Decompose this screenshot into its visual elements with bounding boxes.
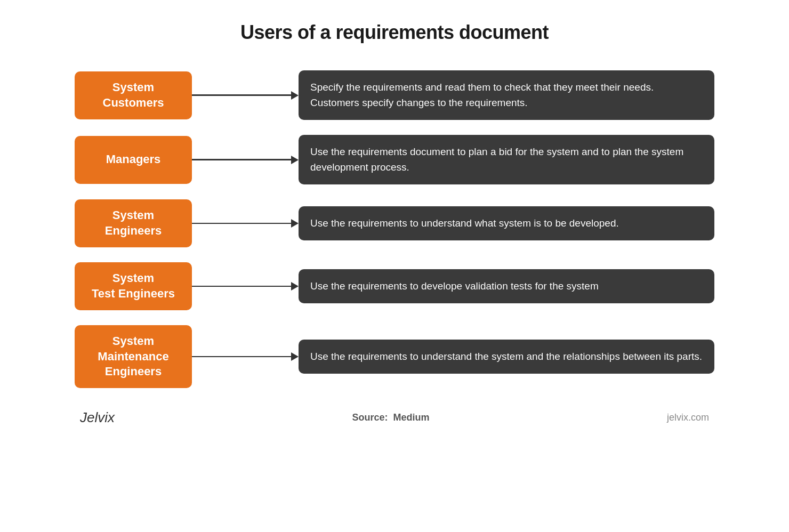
orange-box-label-system-test-engineers: SystemTest Engineers <box>92 271 175 301</box>
row-managers: ManagersUse the requirements document to… <box>75 135 714 184</box>
dark-box-managers: Use the requirements document to plan a … <box>299 135 714 184</box>
footer-url: jelvix.com <box>667 412 709 423</box>
footer-source-value: Medium <box>393 412 430 423</box>
orange-box-label-managers: Managers <box>106 152 161 167</box>
arrow-line-system-test-engineers <box>192 286 291 287</box>
row-system-customers: SystemCustomersSpecify the requirements … <box>75 70 714 120</box>
row-system-maintenance-engineers: SystemMaintenanceEngineersUse the requir… <box>75 325 714 388</box>
dark-box-system-engineers: Use the requirements to understand what … <box>299 206 714 241</box>
arrow-system-test-engineers <box>192 282 299 291</box>
orange-box-label-system-maintenance-engineers: SystemMaintenanceEngineers <box>98 334 168 380</box>
orange-box-managers: Managers <box>75 136 192 184</box>
arrow-managers <box>192 156 299 164</box>
arrow-head-system-engineers <box>291 219 299 228</box>
diagram-container: SystemCustomersSpecify the requirements … <box>75 70 714 388</box>
arrow-head-managers <box>291 156 299 164</box>
row-system-test-engineers: SystemTest EngineersUse the requirements… <box>75 262 714 310</box>
dark-box-text-system-maintenance-engineers: Use the requirements to understand the s… <box>310 351 702 362</box>
arrow-line-system-engineers <box>192 223 291 224</box>
arrow-system-maintenance-engineers <box>192 352 299 361</box>
dark-box-text-system-engineers: Use the requirements to understand what … <box>310 217 619 229</box>
dark-box-text-system-customers: Specify the requirements and read them t… <box>310 82 654 108</box>
dark-box-system-customers: Specify the requirements and read them t… <box>299 70 714 120</box>
orange-box-label-system-engineers: SystemEngineers <box>105 208 162 238</box>
orange-box-system-engineers: SystemEngineers <box>75 199 192 247</box>
footer-source-label: Source: <box>352 412 388 423</box>
arrow-head-system-maintenance-engineers <box>291 352 299 361</box>
arrow-head-system-customers <box>291 91 299 100</box>
footer-source: Source: Medium <box>352 412 429 423</box>
arrow-system-engineers <box>192 219 299 228</box>
dark-box-system-test-engineers: Use the requirements to develope validat… <box>299 269 714 304</box>
row-system-engineers: SystemEngineersUse the requirements to u… <box>75 199 714 247</box>
dark-box-text-system-test-engineers: Use the requirements to develope validat… <box>310 280 599 292</box>
page-title: Users of a requirements document <box>240 21 549 44</box>
orange-box-system-test-engineers: SystemTest Engineers <box>75 262 192 310</box>
dark-box-text-managers: Use the requirements document to plan a … <box>310 146 683 173</box>
arrow-line-system-customers <box>192 94 291 96</box>
footer-logo: Jelvix <box>80 409 115 426</box>
footer: Jelvix Source: Medium jelvix.com <box>75 409 714 426</box>
arrow-line-managers <box>192 159 291 160</box>
arrow-line-system-maintenance-engineers <box>192 356 291 358</box>
orange-box-label-system-customers: SystemCustomers <box>103 80 164 110</box>
arrow-head-system-test-engineers <box>291 282 299 291</box>
orange-box-system-maintenance-engineers: SystemMaintenanceEngineers <box>75 325 192 388</box>
dark-box-system-maintenance-engineers: Use the requirements to understand the s… <box>299 340 714 374</box>
arrow-system-customers <box>192 91 299 100</box>
orange-box-system-customers: SystemCustomers <box>75 71 192 119</box>
